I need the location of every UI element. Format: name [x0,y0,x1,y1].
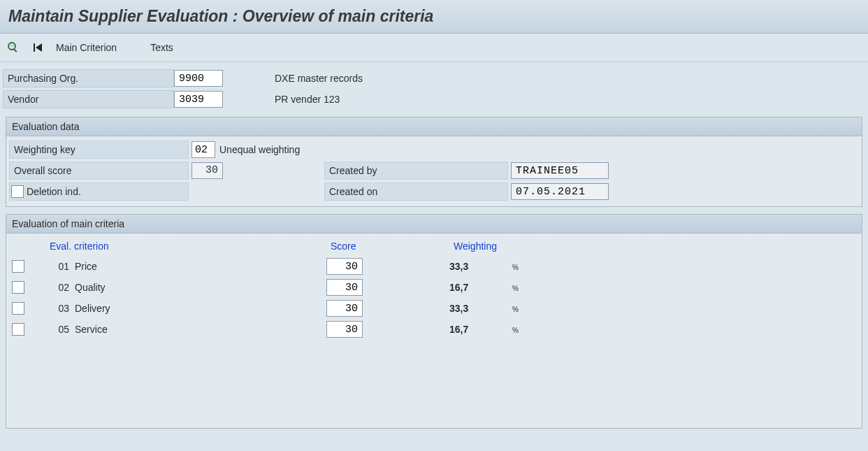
criteria-name: Price [75,261,326,272]
vendor-input[interactable] [174,91,223,108]
purchasing-org-input[interactable] [174,70,223,87]
criteria-row: 03 Delivery 33,3 % [9,298,859,319]
vendor-row: Vendor PR vender 123 [3,89,865,110]
title-bar: Maintain Supplier Evaluation : Overview … [0,0,868,34]
texts-button[interactable]: Texts [143,39,180,56]
criteria-checkbox[interactable] [12,323,24,336]
criteria-row: 01 Price 33,3 % [9,256,859,277]
deletion-ind-checkbox[interactable] [11,185,24,198]
criteria-checkbox[interactable] [12,260,24,273]
overall-score-value: 30 [191,162,223,179]
criteria-name: Delivery [75,303,326,314]
overall-score-label: Overall score [9,162,189,180]
vendor-label: Vendor [3,90,174,108]
created-on-value [511,183,609,200]
criteria-weighting: 16,7 [449,282,512,293]
criteria-weighting: 33,3 [449,261,512,272]
criteria-row: 02 Quality 16,7 % [9,277,859,298]
criteria-checkbox[interactable] [12,302,24,315]
percent-sign-icon: % [512,327,519,334]
criteria-title: Evaluation of main criteria [6,214,862,234]
criteria-row: 05 Service 16,7 % [9,319,859,340]
svg-marker-4 [36,43,42,52]
created-by-value [511,162,609,179]
overall-score-row: Overall score 30 Created by [9,160,859,181]
col-weighting: Weighting [454,241,593,252]
first-record-icon[interactable] [31,40,46,55]
criteria-code: 05 [44,324,75,335]
weighting-key-row: Weighting key Unequal weighting [9,139,859,160]
deletion-ind-label: Deletion ind. [24,186,81,197]
criteria-weighting: 33,3 [449,303,512,314]
criteria-score-input[interactable] [326,300,363,317]
purchasing-org-label: Purchasing Org. [3,69,174,87]
criteria-score-input[interactable] [326,258,363,275]
criteria-header: Eval. criterion Score Weighting [9,236,859,256]
page-title: Maintain Supplier Evaluation : Overview … [8,7,860,26]
deletion-ind-cell: Deletion ind. [9,182,189,201]
criteria-code: 01 [44,261,75,272]
toolbar: Main Criterion Texts [0,34,868,62]
criteria-score-input[interactable] [326,279,363,296]
detail-view-icon[interactable] [6,40,21,55]
created-on-label: Created on [324,182,508,201]
vendor-description: PR vender 123 [270,94,340,105]
criteria-checkbox[interactable] [12,281,24,294]
svg-rect-1 [13,48,17,52]
content-area: Purchasing Org. DXE master records Vendo… [0,62,868,434]
evaluation-data-title: Evaluation data [6,117,862,136]
col-eval-criterion: Eval. criterion [44,241,331,252]
created-by-label: Created by [324,162,508,180]
svg-rect-3 [34,43,35,52]
criteria-weighting: 16,7 [449,324,512,335]
criteria-code: 02 [44,282,75,293]
deletion-ind-row: Deletion ind. Created on [9,181,859,202]
weighting-key-input[interactable] [191,141,215,158]
criteria-name: Quality [75,282,326,293]
criteria-group: Evaluation of main criteria Eval. criter… [6,214,862,429]
main-criterion-button[interactable]: Main Criterion [49,39,124,56]
svg-rect-2 [8,45,15,46]
purchasing-org-row: Purchasing Org. DXE master records [3,68,865,89]
percent-sign-icon: % [512,285,519,292]
criteria-score-input[interactable] [326,321,363,338]
criteria-name: Service [75,324,326,335]
evaluation-data-group: Evaluation data Weighting key Unequal we… [6,117,862,207]
criteria-code: 03 [44,303,75,314]
percent-sign-icon: % [512,306,519,313]
percent-sign-icon: % [512,264,519,271]
col-score: Score [331,241,454,252]
purchasing-org-description: DXE master records [270,73,363,84]
weighting-key-label: Weighting key [9,141,189,159]
weighting-key-description: Unequal weighting [215,144,300,155]
